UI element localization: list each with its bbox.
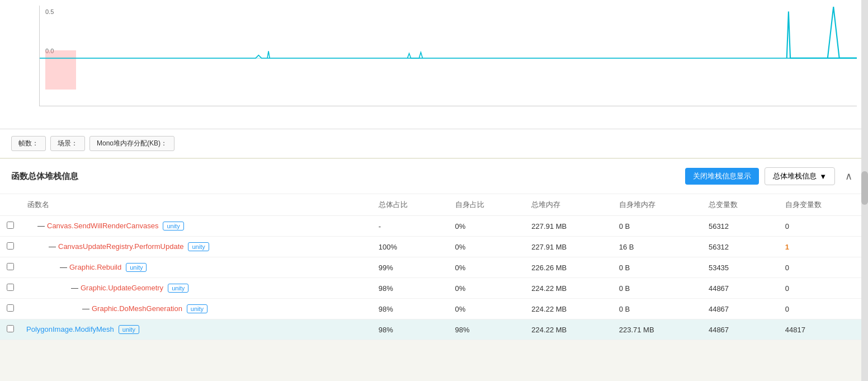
row-checkbox[interactable]: [7, 325, 14, 332]
self-vars-cell: 0: [779, 278, 868, 299]
chart-area: 0.5 0.0 0 500 1000: [39, 6, 857, 106]
dash-prefix: —: [71, 284, 78, 292]
scrollbar-thumb[interactable]: [861, 171, 868, 205]
func-name-text: PolygonImage.ModifyMesh: [26, 325, 114, 333]
func-name: PolygonImage.ModifyMeshunity: [26, 325, 139, 333]
table-row[interactable]: —CanvasUpdateRegistry.PerformUpdateunity…: [0, 237, 868, 257]
row-checkbox[interactable]: [7, 222, 14, 229]
func-name-text: Graphic.DoMeshGeneration: [92, 304, 182, 313]
mono-mem-btn[interactable]: Mono堆内存分配(KB)：: [89, 136, 174, 151]
row-checkbox-cell: [0, 278, 21, 299]
stack-dropdown-label: 总体堆栈信息: [773, 171, 817, 181]
dash-prefix: —: [82, 304, 89, 313]
total-pct-cell: -: [372, 216, 449, 237]
func-name: —Graphic.DoMeshGenerationunity: [82, 304, 207, 313]
header-right: 关闭堆栈信息显示 总体堆栈信息 ▼ ∧: [685, 167, 857, 185]
total-mem-cell: 224.22 MB: [525, 319, 612, 340]
self-pct-cell: 0%: [449, 216, 525, 237]
scene-btn[interactable]: 场景：: [50, 136, 85, 151]
func-name: —CanvasUpdateRegistry.PerformUpdateunity: [49, 242, 209, 251]
func-name: —Graphic.Rebuildunity: [60, 263, 147, 271]
self-vars-cell: 0: [779, 257, 868, 278]
col-self-mem: 自身堆内存: [612, 194, 702, 216]
total-mem-cell: 224.22 MB: [525, 278, 612, 299]
col-total-pct: 总体占比: [372, 194, 449, 216]
self-pct-cell: 0%: [449, 299, 525, 319]
col-total-mem: 总堆内存: [525, 194, 612, 216]
func-name-cell: —Graphic.UpdateGeometryunity: [21, 278, 372, 299]
dash-prefix: —: [37, 222, 45, 230]
self-mem-cell: 223.71 MB: [612, 319, 702, 340]
func-name-text: Canvas.SendWillRenderCanvases: [47, 222, 158, 230]
stack-title: 函数总体堆栈信息: [11, 171, 78, 182]
unity-badge: unity: [187, 304, 207, 313]
table-row[interactable]: —Graphic.Rebuildunity99%0%226.26 MB0 B53…: [0, 257, 868, 278]
func-name-text: Graphic.UpdateGeometry: [81, 284, 163, 292]
table-container: 函数名 总体占比 自身占比 总堆内存 自身堆内存 总变量数 自身变量数 —Can…: [0, 194, 868, 340]
col-self-vars: 自身变量数: [779, 194, 868, 216]
chart-section: 0.5 0.0 0 500 1000: [0, 0, 868, 129]
table-row[interactable]: —Graphic.UpdateGeometryunity98%0%224.22 …: [0, 278, 868, 299]
total-pct-cell: 98%: [372, 299, 449, 319]
collapse-btn[interactable]: ∧: [841, 168, 857, 185]
total-vars-cell: 56312: [702, 237, 779, 257]
row-checkbox[interactable]: [7, 263, 14, 270]
total-vars-cell: 53435: [702, 257, 779, 278]
frames-btn[interactable]: 帧数：: [11, 136, 46, 151]
unity-badge: unity: [188, 242, 209, 251]
func-name-text: Graphic.Rebuild: [69, 263, 121, 271]
stack-header: 函数总体堆栈信息 关闭堆栈信息显示 总体堆栈信息 ▼ ∧: [0, 159, 868, 194]
row-checkbox[interactable]: [7, 242, 14, 250]
total-vars-cell: 56312: [702, 216, 779, 237]
self-mem-cell: 0 B: [612, 216, 702, 237]
self-vars-cell: 1: [779, 237, 868, 257]
row-checkbox-cell: [0, 216, 21, 237]
row-checkbox-cell: [0, 299, 21, 319]
table-row[interactable]: —Canvas.SendWillRenderCanvasesunity-0%22…: [0, 216, 868, 237]
func-name-cell: —Graphic.Rebuildunity: [21, 257, 372, 278]
col-self-pct: 自身占比: [449, 194, 525, 216]
total-pct-cell: 99%: [372, 257, 449, 278]
total-mem-cell: 226.26 MB: [525, 257, 612, 278]
total-pct-cell: 98%: [372, 278, 449, 299]
row-checkbox[interactable]: [7, 284, 14, 291]
total-vars-cell: 44867: [702, 299, 779, 319]
total-pct-cell: 100%: [372, 237, 449, 257]
self-pct-cell: 98%: [449, 319, 525, 340]
chart-svg: [40, 6, 857, 106]
dash-prefix: —: [49, 242, 56, 251]
controls-bar: 帧数： 场景： Mono堆内存分配(KB)：: [0, 129, 868, 159]
col-func-name: 函数名: [21, 194, 372, 216]
func-name-cell: —Canvas.SendWillRenderCanvasesunity: [21, 216, 372, 237]
row-checkbox-cell: [0, 237, 21, 257]
row-checkbox-cell: [0, 319, 21, 340]
stack-dropdown-btn[interactable]: 总体堆栈信息 ▼: [765, 167, 835, 185]
col-checkbox: [0, 194, 21, 216]
total-mem-cell: 227.91 MB: [525, 216, 612, 237]
total-mem-cell: 227.91 MB: [525, 237, 612, 257]
table-row[interactable]: —Graphic.DoMeshGenerationunity98%0%224.2…: [0, 299, 868, 319]
self-pct-cell: 0%: [449, 278, 525, 299]
func-name: —Canvas.SendWillRenderCanvasesunity: [37, 222, 184, 230]
self-pct-cell: 0%: [449, 257, 525, 278]
self-vars-cell: 44817: [779, 319, 868, 340]
row-checkbox[interactable]: [7, 304, 14, 312]
chart-wrapper: 0.5 0.0 0 500 1000: [11, 6, 857, 123]
func-name-cell: —Graphic.DoMeshGenerationunity: [21, 299, 372, 319]
total-mem-cell: 224.22 MB: [525, 299, 612, 319]
unity-badge: unity: [119, 325, 139, 334]
self-vars-cell: 0: [779, 299, 868, 319]
unity-badge: unity: [163, 222, 183, 231]
stack-section: 函数总体堆栈信息 关闭堆栈信息显示 总体堆栈信息 ▼ ∧ 函数名 总体占比 自身…: [0, 159, 868, 340]
scrollbar[interactable]: [861, 0, 868, 340]
func-name: —Graphic.UpdateGeometryunity: [71, 284, 188, 292]
table-row[interactable]: PolygonImage.ModifyMeshunity98%98%224.22…: [0, 319, 868, 340]
unity-badge: unity: [126, 263, 147, 272]
func-name-text: CanvasUpdateRegistry.PerformUpdate: [58, 242, 183, 251]
total-vars-cell: 44867: [702, 278, 779, 299]
close-stack-btn[interactable]: 关闭堆栈信息显示: [685, 168, 759, 185]
func-name-cell: —CanvasUpdateRegistry.PerformUpdateunity: [21, 237, 372, 257]
self-mem-cell: 16 B: [612, 237, 702, 257]
total-vars-cell: 44867: [702, 319, 779, 340]
func-name-cell: PolygonImage.ModifyMeshunity: [21, 319, 372, 340]
